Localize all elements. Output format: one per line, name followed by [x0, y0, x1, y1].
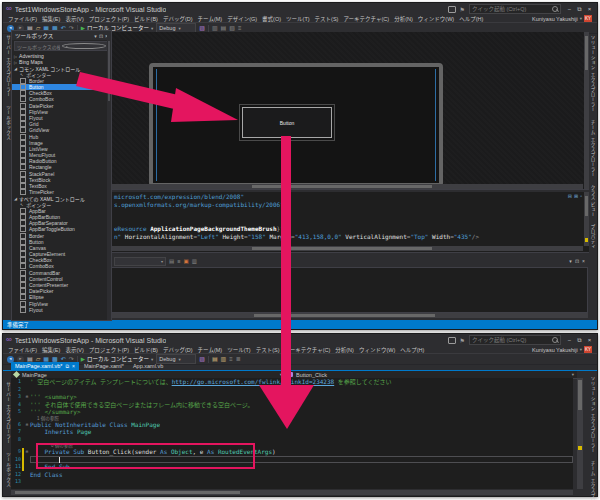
line-number: 1	[11, 378, 22, 386]
toolbox-title-bar[interactable]: ツールボックス ▾⊡×	[12, 31, 111, 40]
pin-icon[interactable]: ⊡	[99, 33, 103, 39]
code-text	[30, 436, 573, 444]
chevron-down-icon: ▾	[151, 26, 153, 31]
side-tab[interactable]: プロパティ	[589, 224, 595, 249]
editor-horizontal-scrollbar[interactable]	[11, 490, 573, 495]
side-tab[interactable]: チーム エクスプローラー	[589, 120, 595, 177]
output-panel-content[interactable]	[111, 267, 588, 313]
line-number: 10	[11, 456, 22, 464]
output-source-select[interactable]: ▾	[114, 257, 166, 266]
document-outline-icon[interactable]: ▨	[199, 24, 205, 32]
comment-icon[interactable]: ▧	[229, 24, 235, 32]
restore-button[interactable]: ⧉	[575, 4, 584, 14]
title-bar[interactable]: ∞ Test1WindowsStoreApp - Microsoft Visua…	[3, 3, 597, 15]
contentpresenter-icon	[20, 282, 26, 288]
code-line: 8	[11, 436, 573, 444]
commandbar-icon	[20, 270, 26, 276]
xaml-horizontal-scrollbar[interactable]	[110, 246, 583, 251]
chevron-down-icon: ▾	[178, 357, 180, 362]
quick-launch-box[interactable]: クイック起動 (Ctrl+Q)	[469, 335, 561, 345]
class-icon	[13, 371, 20, 378]
code-line: 10	[11, 456, 573, 464]
close-icon[interactable]: ×	[582, 258, 585, 264]
side-tab[interactable]: ツールボックス	[5, 105, 11, 140]
class-dropdown[interactable]: MainPage ▾	[11, 371, 285, 378]
panel-horizontal-scrollbar[interactable]	[111, 313, 588, 318]
button-icon	[20, 84, 26, 90]
output-panel: ▾ ▤≡▣▥ ▾⊡×	[110, 255, 589, 319]
find-in-files-icon[interactable]: ▥	[212, 24, 218, 32]
search-icon	[552, 6, 558, 12]
border-icon	[20, 233, 26, 239]
code-line: 5''' </summary>	[11, 408, 573, 416]
side-tab[interactable]: クラス ビュー	[589, 185, 595, 217]
left-tool-strip: サーバー エクスプローラーツールボックス	[4, 35, 11, 275]
window-position-icon[interactable]: ▾	[569, 258, 572, 264]
editor-vertical-scrollbar[interactable]	[577, 378, 583, 489]
side-tab[interactable]: サーバー エクスプローラー	[5, 35, 11, 97]
document-tab[interactable]: App.xaml.vb	[129, 362, 167, 370]
messages-icon[interactable]: ▥	[192, 258, 197, 264]
minimize-button[interactable]: −	[565, 335, 574, 345]
notifications-flag-icon[interactable]: ⚑	[460, 337, 465, 344]
radiobutton-icon	[20, 158, 26, 164]
canvas-icon	[20, 245, 26, 251]
title-bar[interactable]: ∞ Test1WindowsStoreApp - Microsoft Visua…	[3, 334, 597, 346]
line-number: 2	[11, 386, 22, 394]
member-dropdown[interactable]: Button_Click ▾	[285, 371, 577, 378]
pin-icon[interactable]: ⊡	[575, 258, 579, 264]
bookmark-icon[interactable]: ▤	[221, 24, 227, 32]
document-tab[interactable]: MainPage.xaml.vb*⧉×	[11, 362, 79, 370]
code-editor[interactable]: 1' 空白ページのアイテム テンプレートについては、http://go.micr…	[11, 378, 573, 489]
right-tool-strip: ソリューション エクスプローラーチーム エクスプローラークラス ビュープロパティ	[588, 376, 596, 491]
horizontal-split-icon[interactable]: ⊞	[574, 193, 578, 199]
feedback-icon[interactable]	[448, 6, 456, 13]
vertical-split-icon[interactable]: ⊟	[568, 193, 572, 199]
notifications-flag-icon[interactable]: ⚑	[460, 6, 465, 13]
side-tab[interactable]: ソリューション エクスプローラー	[589, 376, 595, 453]
close-tab-icon[interactable]: ×	[72, 363, 75, 369]
stop-icon[interactable]: ▣	[183, 258, 188, 264]
code-text: Inherits Page	[30, 428, 573, 436]
wrap-icon[interactable]: ≡	[177, 258, 180, 264]
side-tab[interactable]: サーバー エクスプローラー	[5, 382, 11, 444]
side-tab[interactable]: チーム エクスプローラー	[589, 461, 595, 500]
user-name: Kuniyasu Yakushiji	[532, 16, 578, 22]
side-tab[interactable]: ツールボックス	[5, 452, 11, 487]
close-button[interactable]: ×	[585, 335, 594, 345]
datepicker-icon	[20, 103, 26, 109]
side-tab[interactable]: ソリューション エクスプローラー	[589, 35, 595, 112]
expand-arrow-icon: ▷	[14, 60, 17, 65]
float-window-icon[interactable]: ⧉	[65, 363, 69, 370]
document-well: Button microsoft.com/expression/blend/20…	[110, 32, 589, 319]
line-number: 8	[11, 436, 22, 444]
search-icon	[62, 43, 107, 49]
expand-pane-icon[interactable]: ▫	[580, 193, 582, 199]
feedback-icon[interactable]	[448, 337, 456, 344]
designer-vertical-scrollbar[interactable]	[584, 32, 589, 189]
border-icon	[20, 78, 26, 84]
line-number: 7	[11, 428, 22, 436]
code-line: 7 Inherits Page	[11, 428, 573, 436]
toolbox-scrollbar[interactable]	[107, 31, 111, 320]
xaml-designer-surface[interactable]: Button	[110, 32, 589, 189]
user-name: Kuniyasu Yakushiji	[532, 347, 578, 353]
toolbox-search-input[interactable]: ツールボックスの検索	[14, 41, 109, 51]
window-position-icon[interactable]: ▾	[94, 33, 97, 39]
contentcontrol-icon	[20, 276, 26, 282]
line-number: 4	[11, 401, 22, 409]
minimize-button[interactable]: −	[565, 4, 574, 14]
code-text: ''' <summary>	[30, 393, 573, 401]
quick-launch-box[interactable]: クイック起動 (Ctrl+Q)	[469, 4, 561, 14]
toolbox-item-flyout[interactable]: Flyout	[12, 307, 111, 313]
restore-button[interactable]: ⧉	[575, 335, 584, 345]
xaml-editor-pane[interactable]: microsoft.com/expression/blend/2008"s.op…	[110, 192, 589, 252]
appbartogglebutton-icon	[20, 226, 26, 232]
close-button[interactable]: ×	[585, 4, 594, 14]
designed-button[interactable]: Button	[242, 107, 332, 138]
flyout-icon	[20, 115, 26, 121]
xaml-vertical-scrollbar[interactable]	[584, 192, 589, 246]
document-tab[interactable]: MainPage.xaml*	[80, 362, 128, 370]
line-indent-icon[interactable]: ≡	[238, 24, 242, 32]
clear-all-icon[interactable]: ▤	[169, 258, 174, 264]
